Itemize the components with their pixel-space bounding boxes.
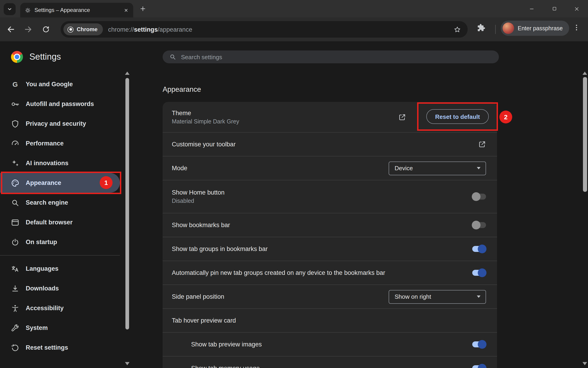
site-chip-label: Chrome: [77, 26, 98, 33]
sidebar-item-ai-innovations[interactable]: AI innovations: [0, 153, 120, 173]
annotation-badge-2: 2: [499, 110, 512, 123]
tab-close-icon[interactable]: [124, 8, 129, 13]
shield-icon: [10, 119, 20, 128]
tab-preview-images-toggle[interactable]: [472, 341, 486, 347]
tab-hover-preview-row: Tab hover preview card: [163, 308, 497, 332]
tab-search-button[interactable]: [4, 3, 16, 15]
toggle-knob: [478, 268, 486, 277]
three-dot-icon: [572, 23, 581, 32]
settings-sidebar: Settings G You and Google Autofill and p…: [0, 41, 123, 368]
close-button[interactable]: [566, 0, 588, 18]
url-text: chrome://settings/appearance: [108, 26, 453, 33]
sidebar-item-default-browser[interactable]: Default browser: [0, 212, 120, 232]
browser-menu-button[interactable]: [572, 23, 581, 32]
reset-icon: [10, 343, 20, 352]
sidebar-item-search-engine[interactable]: Search engine: [0, 193, 120, 212]
new-tab-button[interactable]: [139, 5, 146, 12]
reset-to-default-button[interactable]: Reset to default: [426, 109, 489, 124]
auto-pin-toggle[interactable]: [472, 270, 486, 276]
scrollbar-thumb[interactable]: [125, 78, 129, 330]
bookmark-star-icon[interactable]: [453, 26, 461, 33]
sidebar-scrollbar[interactable]: [125, 69, 130, 368]
scroll-down-arrow[interactable]: [125, 362, 130, 365]
search-icon: [169, 53, 176, 61]
tab-groups-toggle[interactable]: [472, 246, 486, 252]
sidebar-item-reset-settings[interactable]: Reset settings: [0, 338, 120, 358]
sidebar-item-label: Default browser: [26, 219, 73, 226]
tab-preview-images-label: Show tab preview images: [191, 341, 262, 348]
palette-icon: [10, 178, 20, 187]
sidebar-item-accessibility[interactable]: Accessibility: [0, 298, 120, 318]
url-scheme: chrome://: [108, 26, 134, 33]
sidebar-item-languages[interactable]: Languages: [0, 259, 120, 278]
search-placeholder: Search settings: [181, 54, 222, 60]
customise-toolbar-row[interactable]: Customise your toolbar: [163, 132, 497, 156]
sidebar-item-performance[interactable]: Performance: [0, 134, 120, 153]
download-icon: [10, 284, 20, 293]
page-title: Appearance: [163, 85, 201, 94]
scrollbar-thumb[interactable]: [583, 77, 587, 192]
show-home-toggle[interactable]: [472, 194, 486, 200]
mode-select[interactable]: Device: [389, 161, 486, 175]
power-icon: [10, 238, 20, 247]
side-panel-select[interactable]: Show on right: [389, 290, 486, 304]
appearance-card: Theme Material Simple Dark Grey Reset to…: [163, 102, 497, 368]
profile-passphrase-button[interactable]: Enter passphrase: [501, 21, 569, 36]
scroll-up-arrow[interactable]: [125, 72, 130, 75]
scroll-down-arrow[interactable]: [582, 362, 587, 365]
sidebar-item-system[interactable]: System: [0, 318, 120, 338]
auto-pin-row: Automatically pin new tab groups created…: [163, 261, 497, 285]
theme-title: Theme: [172, 110, 239, 116]
chevron-down-icon: [477, 167, 481, 169]
scroll-up-arrow[interactable]: [582, 72, 587, 75]
tab-groups-label: Show tab groups in bookmarks bar: [172, 246, 268, 252]
external-link-icon[interactable]: [398, 113, 406, 121]
search-settings-input[interactable]: Search settings: [163, 50, 499, 63]
reload-button[interactable]: [39, 22, 53, 37]
tab-hover-label: Tab hover preview card: [172, 317, 236, 324]
annotation-badge-1: 1: [100, 176, 113, 189]
show-home-label: Show Home button: [172, 189, 225, 196]
page-scrollbar[interactable]: [582, 69, 588, 368]
browser-tab[interactable]: Settings – Appearance: [20, 3, 133, 18]
sidebar-item-on-startup[interactable]: On startup: [0, 232, 120, 252]
tab-memory-usage-toggle[interactable]: [472, 365, 486, 368]
chevron-down-icon: [477, 295, 481, 298]
toolbar-divider: [495, 25, 496, 34]
browser-window: Settings – Appearance: [0, 0, 588, 368]
chevron-down-icon: [6, 6, 13, 12]
translate-icon: [10, 264, 20, 273]
wrench-icon: [10, 323, 20, 332]
search-icon: [10, 198, 20, 207]
mode-row: Mode Device: [163, 156, 497, 180]
show-bookmarks-label: Show bookmarks bar: [172, 222, 230, 229]
settings-page: Settings G You and Google Autofill and p…: [0, 41, 588, 368]
sidebar-item-privacy[interactable]: Privacy and security: [0, 114, 120, 134]
toggle-knob: [478, 340, 486, 349]
sidebar-item-downloads[interactable]: Downloads: [0, 278, 120, 298]
side-panel-label: Side panel position: [172, 293, 224, 300]
url-path: /appearance: [158, 26, 192, 33]
sidebar-item-autofill[interactable]: Autofill and passwords: [0, 94, 120, 114]
address-bar[interactable]: Chrome chrome://settings/appearance: [61, 21, 468, 38]
show-home-status: Disabled: [172, 198, 225, 204]
sidebar-item-label: Appearance: [26, 179, 61, 186]
extensions-button[interactable]: [477, 23, 486, 32]
minimize-button[interactable]: [521, 0, 543, 18]
chrome-logo-color-icon: [11, 51, 23, 63]
toggle-knob: [478, 364, 486, 368]
puzzle-icon: [477, 23, 486, 32]
sidebar-item-label: Accessibility: [26, 305, 64, 312]
site-info-chip[interactable]: Chrome: [63, 23, 103, 35]
sparkle-icon: [10, 158, 20, 168]
external-link-icon[interactable]: [478, 140, 486, 148]
show-bookmarks-toggle[interactable]: [472, 222, 486, 228]
avatar: [502, 22, 514, 34]
maximize-button[interactable]: [543, 0, 566, 18]
sidebar-item-label: You and Google: [26, 81, 73, 88]
back-button[interactable]: [4, 22, 18, 37]
sidebar-item-you-and-google[interactable]: G You and Google: [0, 74, 120, 94]
forward-button[interactable]: [21, 22, 35, 37]
sidebar-item-label: System: [26, 324, 48, 331]
plus-icon: [139, 5, 146, 12]
